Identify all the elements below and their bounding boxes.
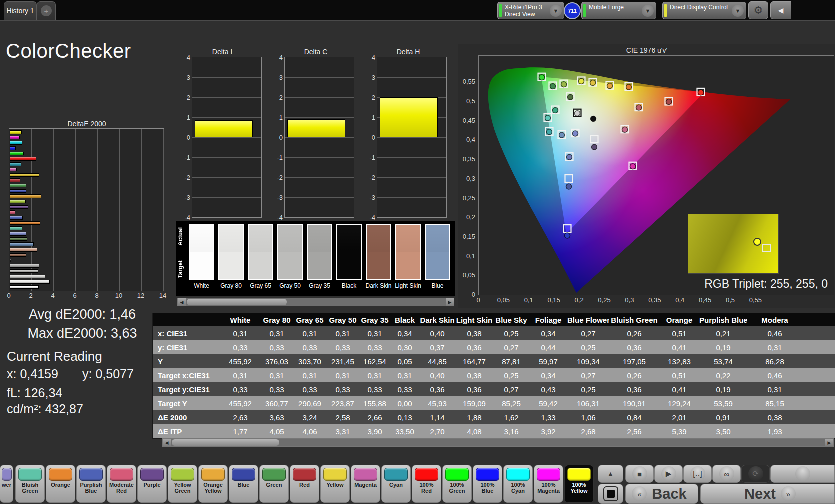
chart-title: Delta H <box>369 48 448 56</box>
swatch-cell-gray-50: Gray 50 <box>276 224 305 290</box>
pattern-up-button[interactable]: ▲ <box>598 465 624 483</box>
table-cell: 0,21 <box>700 330 748 338</box>
table-cell: 0,31 <box>220 372 260 380</box>
range-button[interactable]: [‥] <box>684 465 712 483</box>
measured-point-marker <box>540 75 545 80</box>
toolbar-patch-orange[interactable]: Orange <box>46 465 76 503</box>
swatch-label: Gray 80 <box>216 282 246 290</box>
swatch-scrollbar-track[interactable] <box>186 298 446 306</box>
x-tick-label: 4 <box>51 292 54 300</box>
meter-count-badge[interactable]: 711 <box>564 2 581 20</box>
table-cell: 0,41 <box>660 386 700 394</box>
display-control-dropdown[interactable]: Direct Display Control ▼ <box>662 2 746 20</box>
toolbar-patch-100-cyan[interactable]: 100% Cyan <box>504 465 533 503</box>
scroll-left-icon[interactable]: ◀ <box>178 298 186 306</box>
table-scrollbar[interactable]: ◀ ▶ <box>162 438 834 447</box>
table-cell: 0,27 <box>494 344 530 352</box>
measured-point-marker <box>636 105 642 110</box>
toolbar-patch-orange-yellow[interactable]: Orange Yellow <box>198 465 228 503</box>
side-panel-button[interactable]: ◀ <box>770 2 792 20</box>
y-tick-label: 2 <box>366 94 376 102</box>
toolbar-patch-blue[interactable]: Blue <box>229 465 258 503</box>
deltae-bar-moderate-red <box>10 210 16 214</box>
toolbar-patch-100-magenta[interactable]: 100% Magenta <box>534 465 564 503</box>
delta-chart-delta-h: Delta H43210-1-2-3-4 <box>369 48 448 223</box>
rgb-triplet-readout: RGB Triplet: 255, 255, 0 <box>704 278 828 291</box>
gridline <box>192 158 262 158</box>
back-button[interactable]: « Back <box>626 484 698 504</box>
swatch-scrollbar[interactable]: ◀ ▶ <box>178 298 454 306</box>
delta-bar <box>380 98 438 138</box>
chevron-down-icon[interactable]: ▼ <box>550 5 562 17</box>
deltae-bar-100-cyan <box>10 141 22 145</box>
display-status-stripe <box>664 4 667 18</box>
table-cell: 0,31 <box>390 372 420 380</box>
chevron-down-icon[interactable]: ▼ <box>642 5 654 17</box>
add-tab-button[interactable]: + <box>37 2 56 20</box>
x-tick-label: 0 <box>7 292 10 300</box>
next-button[interactable]: Next » <box>700 484 835 504</box>
toolbar-patch-purplish-blue[interactable]: Purplish Blue <box>76 465 106 503</box>
back-button-label: Back <box>652 486 686 502</box>
swatch-color-block <box>218 224 244 280</box>
table-cell: 2,56 <box>610 428 660 436</box>
table-scrollbar-track[interactable] <box>171 439 826 446</box>
chevron-down-icon[interactable]: ▼ <box>732 5 744 17</box>
loop-button[interactable]: ∞ <box>712 465 741 483</box>
table-cell: 0,27 <box>568 372 610 380</box>
y-tick-label: 0,05 <box>463 272 476 279</box>
measured-point-marker <box>566 184 572 190</box>
toolbar-patch-green[interactable]: Green <box>260 465 289 503</box>
toolbar-patch-moderate-red[interactable]: Moderate Red <box>107 465 136 503</box>
toolbar-patch-purple[interactable]: Purple <box>138 465 167 503</box>
toolbar-patch-cyan[interactable]: Cyan <box>382 465 411 503</box>
measured-point-marker <box>562 82 567 88</box>
scroll-right-icon[interactable]: ▶ <box>826 439 834 446</box>
toolbar-patch-100-yellow[interactable]: 100% Yellow <box>564 465 594 503</box>
gridline <box>164 129 164 291</box>
scroll-right-icon[interactable]: ▶ <box>446 298 454 306</box>
toolbar-patch-100-green[interactable]: 100% Green <box>442 465 472 503</box>
settings-button[interactable]: ⚙ <box>748 2 768 20</box>
table-cell: 4,08 <box>456 428 494 436</box>
table-scrollbar-thumb[interactable] <box>172 440 280 446</box>
toolbar-patch-bluish-green[interactable]: Bluish Green <box>16 465 45 503</box>
y-tick-label: 4 <box>182 54 190 62</box>
x-tick-label: 0,55 <box>750 296 762 304</box>
blackout-button[interactable] <box>598 484 624 504</box>
swatch-label: Black <box>334 282 364 290</box>
refresh-button[interactable]: ⟳ <box>742 465 770 483</box>
deltae-bar-gray-35 <box>10 264 40 268</box>
toolbar-patch-100-blue[interactable]: 100% Blue <box>473 465 502 503</box>
gear-icon: ⚙ <box>754 4 764 16</box>
patch-label: 100% Green <box>443 482 472 494</box>
gridline <box>285 98 354 98</box>
toolbar-patch-red[interactable]: Red <box>290 465 320 503</box>
gridline <box>378 178 446 178</box>
deltae2000-x-axis: 02468101214 <box>9 292 163 300</box>
deltae-bar-cyan <box>10 162 22 166</box>
loop-icon: ∞ <box>720 466 734 482</box>
toolbar-patch-yellow-green[interactable]: Yellow Green <box>168 465 198 503</box>
toolbar-patch-partial[interactable]: wer <box>0 465 14 503</box>
workflow-dropdown[interactable]: Mobile Forge ▼ <box>582 2 656 20</box>
toolbar-patch-100-red[interactable]: 100% Red <box>412 465 442 503</box>
tab-history-1[interactable]: History 1 <box>4 2 37 20</box>
table-cell: 0,34 <box>530 372 568 380</box>
toolbar-patch-yellow[interactable]: Yellow <box>320 465 350 503</box>
transport-extra-button[interactable] <box>770 465 835 483</box>
patch-label: Red <box>290 482 319 488</box>
deltae-bar-orange <box>10 222 40 226</box>
workflow-status-stripe <box>584 4 586 18</box>
table-cell: 0,36 <box>456 386 494 394</box>
play-button[interactable]: ▶ <box>654 465 683 483</box>
meter-dropdown[interactable]: X-Rite i1Pro 3Direct View ▼ <box>498 2 564 20</box>
stop-button[interactable]: ■ <box>626 465 654 483</box>
scroll-left-icon[interactable]: ◀ <box>163 439 171 446</box>
gridline <box>98 129 98 291</box>
deltae-bar-100-blue <box>10 146 16 150</box>
deltae-bar-gray-80 <box>10 280 50 284</box>
measured-point-marker <box>553 108 558 114</box>
swatch-scrollbar-thumb[interactable] <box>187 299 287 306</box>
toolbar-patch-magenta[interactable]: Magenta <box>351 465 380 503</box>
